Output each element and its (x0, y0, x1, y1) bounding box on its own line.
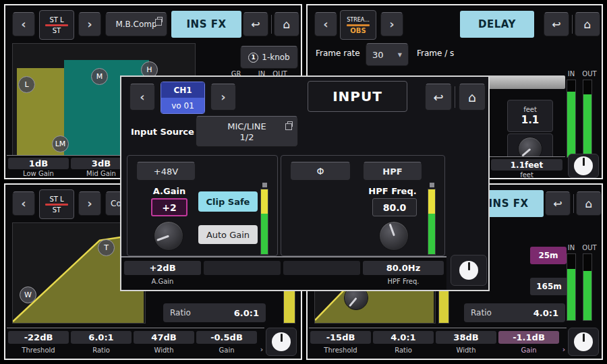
attack-value[interactable]: 25m (530, 247, 567, 264)
one-knob-button[interactable]: 1 1-knob (240, 46, 298, 69)
input-source-button[interactable]: MIC/LINE 1/2 (196, 116, 298, 147)
auto-gain-button[interactable]: Auto Gain (198, 225, 258, 244)
channel-type: ST (53, 27, 61, 34)
mid-band-handle[interactable]: M (91, 68, 108, 85)
width-label: Width (436, 346, 496, 354)
out-level-meter (583, 80, 592, 158)
phantom-power-button[interactable]: +48V (136, 162, 196, 181)
channel-select-button[interactable]: CH1 vo 01 (161, 82, 205, 114)
low-mid-crossover-handle[interactable]: LM (52, 135, 69, 152)
more-params-icon[interactable]: › (258, 346, 266, 353)
threshold-value[interactable]: -22dB (8, 331, 69, 344)
channel-color-bar (347, 24, 370, 26)
low-gain-value[interactable]: 1dB (8, 158, 69, 169)
channel-type: OBS (350, 27, 366, 34)
undo-button[interactable]: ↩ (425, 84, 452, 111)
prev-channel-button[interactable]: ‹ (129, 84, 155, 111)
next-channel-button[interactable]: › (380, 12, 403, 36)
phase-button[interactable]: Φ (290, 162, 351, 181)
input-source-line1: MIC/LINE (227, 121, 266, 131)
home-icon: ⌂ (585, 197, 593, 210)
hpf-freq-value[interactable]: 80.0 (372, 198, 417, 216)
touch-and-turn-knob[interactable] (451, 255, 487, 286)
width-value[interactable]: 38dB (436, 331, 496, 344)
gain-value[interactable]: -1.1dB (498, 331, 559, 344)
header-divider (271, 15, 272, 34)
width-value[interactable]: 47dB (134, 331, 194, 344)
channel-name: STREA... (347, 16, 370, 24)
meter-headroom (567, 254, 575, 269)
threshold-value[interactable]: -15dB (310, 331, 371, 344)
tab-label: INS FX (187, 18, 227, 30)
auto-gain-label: Auto Gain (206, 230, 250, 240)
one-knob-label: 1-knob (262, 53, 289, 62)
delay-value-box[interactable]: feet 1.1 (507, 100, 553, 132)
release-value[interactable]: 165m (530, 278, 568, 295)
home-button[interactable]: ⌂ (575, 12, 600, 36)
next-channel-button[interactable]: › (78, 191, 101, 216)
phantom-label: +48V (154, 166, 178, 177)
channel-type: ST (53, 206, 61, 214)
home-icon: ⌂ (468, 90, 476, 104)
low-band-handle[interactable]: L (18, 76, 35, 93)
meter-peak-led (262, 183, 267, 187)
prev-channel-button[interactable]: ‹ (12, 191, 35, 216)
ratio-row[interactable]: Ratio 4.0:1 (464, 303, 565, 322)
home-button[interactable]: ⌂ (576, 191, 602, 216)
again-readout-value[interactable]: +2dB (124, 261, 201, 275)
ratio-value[interactable]: 6.0:1 (71, 331, 132, 344)
knob-indicator-icon (272, 332, 291, 351)
frame-unit-label: Frame / s (417, 50, 454, 57)
gain-value[interactable]: -0.5dB (196, 331, 257, 344)
ratio-row-label: Ratio (170, 308, 191, 317)
ratio-row[interactable]: Ratio 6.0:1 (163, 303, 266, 322)
next-channel-button[interactable]: › (78, 12, 101, 36)
tab-delay[interactable]: DELAY (460, 11, 534, 38)
undo-button[interactable]: ↩ (545, 191, 571, 216)
home-button[interactable]: ⌂ (459, 84, 486, 111)
analog-gain-label: A.Gain (139, 187, 200, 195)
channel-select-button[interactable]: STREA... OBS (340, 10, 376, 40)
gain-label: Gain (498, 346, 559, 354)
home-button[interactable]: ⌂ (274, 12, 299, 36)
channel-number: CH1 (161, 82, 204, 98)
hpf-readout-value[interactable]: 80.0Hz (363, 261, 444, 275)
header-divider (455, 86, 455, 108)
ratio-value[interactable]: 4.0:1 (373, 331, 434, 344)
frame-rate-label: Frame rate (316, 50, 360, 57)
meter-fill (567, 269, 575, 320)
touch-and-turn-knob[interactable] (568, 154, 599, 178)
tab-ins-fx[interactable]: INS FX (171, 11, 241, 38)
analog-gain-knob[interactable] (154, 221, 183, 251)
touch-and-turn-knob[interactable] (568, 328, 599, 356)
analog-gain-value[interactable]: +2 (151, 198, 187, 216)
ratio-label: Ratio (71, 346, 132, 354)
channel-select-button[interactable]: ST L ST (39, 189, 74, 219)
touch-and-turn-knob[interactable] (266, 328, 297, 356)
clip-safe-button[interactable]: Clip Safe (198, 191, 258, 212)
phase-label: Φ (316, 166, 324, 177)
hpf-button[interactable]: HPF (363, 162, 422, 181)
fx-name-label: M.B.Comp (115, 20, 156, 29)
prev-channel-button[interactable]: ‹ (314, 12, 337, 36)
more-params-icon[interactable]: › (560, 346, 568, 353)
meter-fill (261, 214, 268, 254)
delay-readout-value[interactable]: 1.1feet (491, 159, 562, 171)
meter-peak-led (430, 183, 434, 187)
prev-channel-button[interactable]: ‹ (12, 12, 35, 36)
knob-indicator-icon (574, 156, 593, 175)
out-level-meter (583, 253, 592, 321)
input-dialog: ‹ CH1 vo 01 › INPUT ↩ ⌂ Input Source MIC… (120, 75, 490, 291)
hpf-freq-knob[interactable] (379, 221, 409, 251)
frame-rate-dropdown[interactable]: 30 ▼ (366, 43, 409, 66)
channel-select-button[interactable]: ST L ST (39, 10, 74, 40)
chevron-left-icon: ‹ (21, 196, 26, 212)
fx-select-button[interactable]: M.B.Comp (105, 12, 167, 36)
threshold-handle[interactable]: T (98, 239, 115, 256)
next-channel-button[interactable]: › (210, 84, 236, 111)
chevron-right-icon: › (87, 196, 92, 212)
undo-button[interactable]: ↩ (243, 12, 268, 36)
chevron-right-icon: › (221, 90, 225, 105)
width-handle[interactable]: W (20, 286, 36, 303)
undo-button[interactable]: ↩ (544, 12, 569, 36)
